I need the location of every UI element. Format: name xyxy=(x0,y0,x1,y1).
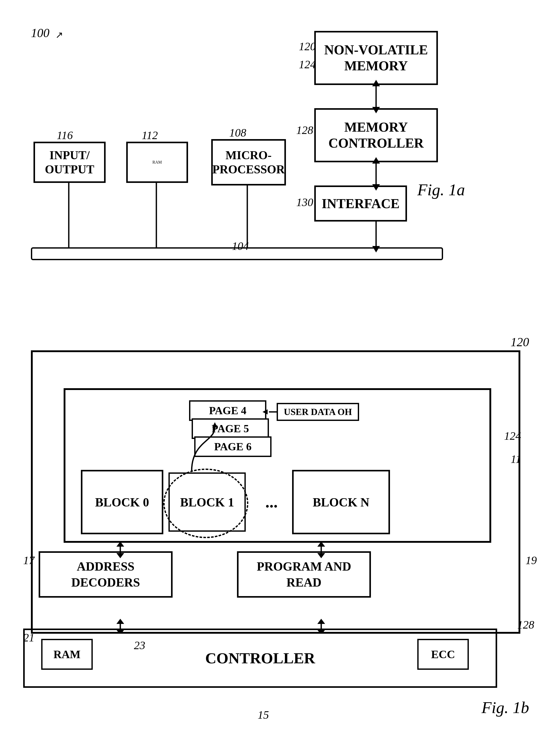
label-128: 128 xyxy=(296,124,313,137)
user-data-box: USER DATA OH xyxy=(277,403,359,421)
figure-1b: 120 PAGE 4 PAGE 5 PAGE 6 xyxy=(16,330,544,737)
label-19: 19 xyxy=(525,554,537,567)
block-n-box: BLOCK N xyxy=(292,470,390,534)
controller-text: CONTROLLER xyxy=(205,650,315,667)
label-120: 120 xyxy=(299,40,316,53)
mc-text: MEMORYCONTROLLER xyxy=(328,119,424,152)
block-0-box: BLOCK 0 xyxy=(81,470,163,534)
label-124b: 124 xyxy=(504,430,521,442)
dots-label: ... xyxy=(265,493,278,512)
label-21: 21 xyxy=(23,631,35,644)
figure-1a: 100 ↗ NON-VOLATILEMEMORY 120 124 MEMORYC… xyxy=(16,16,544,319)
svg-marker-25 xyxy=(317,619,325,624)
io-text: INPUT/OUTPUT xyxy=(45,148,94,176)
page-5-label: PAGE 5 xyxy=(212,422,249,435)
label-116: 116 xyxy=(57,129,73,142)
page-6-label: PAGE 6 xyxy=(214,440,252,453)
page-4-label: PAGE 4 xyxy=(209,404,246,417)
page-4-box: PAGE 4 xyxy=(189,400,266,421)
mp-text: MICRO-PROCESSOR xyxy=(212,148,285,176)
io-box: INPUT/OUTPUT xyxy=(34,142,106,183)
label-104: 104 xyxy=(232,240,249,253)
fig1b-label-120: 120 xyxy=(511,335,529,349)
ram-box-1a: RAM xyxy=(126,142,188,183)
nvm-box: NON-VOLATILEMEMORY xyxy=(314,31,438,85)
arrow-100: ↗ xyxy=(55,29,63,40)
page-5-box: PAGE 5 xyxy=(192,418,269,439)
label-11: 11 xyxy=(511,453,521,466)
label-108: 108 xyxy=(229,126,246,139)
block-dots: ... xyxy=(251,470,292,534)
prog-read-box: PROGRAM ANDREAD xyxy=(237,551,371,598)
label-130: 130 xyxy=(296,196,313,209)
inner-nvm-array: PAGE 4 PAGE 5 PAGE 6 USER DATA OH xyxy=(64,388,491,543)
svg-marker-22 xyxy=(116,619,124,624)
ram-text-1a: RAM xyxy=(153,160,162,165)
ctrl-ecc-text: ECC xyxy=(431,648,455,661)
label-17: 17 xyxy=(23,554,35,567)
label-112: 112 xyxy=(142,129,158,142)
page-stack: PAGE 4 PAGE 5 PAGE 6 xyxy=(189,400,277,470)
block-0-label: BLOCK 0 xyxy=(95,495,149,509)
nvm-text: NON-VOLATILEMEMORY xyxy=(324,42,428,74)
fig1b-label: Fig. 1b xyxy=(481,698,529,717)
block-n-label: BLOCK N xyxy=(313,495,369,509)
label-100: 100 xyxy=(31,26,49,40)
user-data-text: USER DATA OH xyxy=(284,406,352,417)
addr-decoders-box: ADDRESSDECODERS xyxy=(39,551,173,598)
iface-box: INTERFACE xyxy=(314,185,407,221)
label-15: 15 xyxy=(258,709,269,721)
addr-decoders-text: ADDRESSDECODERS xyxy=(71,558,140,591)
label-124: 124 xyxy=(299,58,316,71)
ctrl-ecc-box: ECC xyxy=(417,639,469,670)
blocks-row: BLOCK 0 BLOCK 1 ... BLOCK N xyxy=(81,470,478,534)
mc-box: MEMORYCONTROLLER xyxy=(314,108,438,162)
ctrl-ram-text: RAM xyxy=(53,648,80,661)
mp-box: MICRO-PROCESSOR xyxy=(211,139,286,185)
page-6-box: PAGE 6 xyxy=(194,436,272,457)
ctrl-ram-box: RAM xyxy=(41,639,93,670)
iface-text: INTERFACE xyxy=(322,196,400,211)
label-128b: 128 xyxy=(517,618,534,631)
fig1a-label: Fig. 1a xyxy=(417,180,465,199)
label-23: 23 xyxy=(134,639,145,652)
prog-read-text: PROGRAM ANDREAD xyxy=(257,558,351,591)
